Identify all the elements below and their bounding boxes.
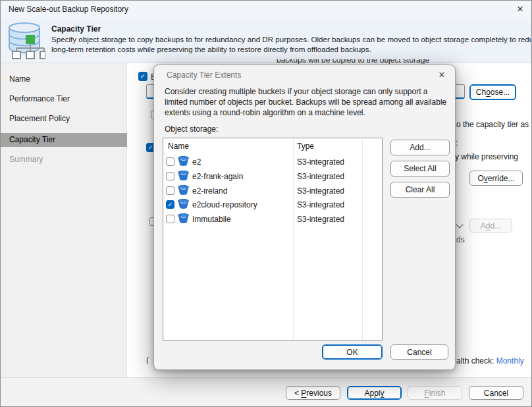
column-header-name[interactable]: Name: [168, 142, 189, 151]
sidebar-item-capacity-tier[interactable]: Capacity Tier: [0, 133, 127, 147]
extent-name: e2-ireland: [192, 186, 227, 196]
page-title: Capacity Tier: [51, 24, 101, 34]
row-checkbox[interactable]: [166, 186, 174, 195]
colon-text-fragment: :: [456, 138, 458, 148]
add-password-button: Add...: [469, 219, 512, 232]
cancel-button[interactable]: Cancel: [469, 386, 523, 400]
wizard-header: Capacity Tier Specify object storage to …: [0, 18, 532, 63]
close-icon[interactable]: ×: [513, 2, 527, 16]
dialog-body-line2: limited number of objects per bucket. Ba…: [165, 97, 446, 107]
monthly-link[interactable]: Monthly: [496, 356, 524, 366]
title-bar: New Scale-out Backup Repository ×: [0, 0, 532, 18]
extent-type: S3-integrated: [297, 200, 344, 209]
select-all-button[interactable]: Select All: [390, 161, 450, 176]
capacity-tier-extents-dialog: Capacity Tier Extents × Consider creatin…: [153, 65, 456, 370]
extent-name: e2: [192, 157, 201, 167]
extent-name: Immutabile: [192, 215, 231, 224]
row-checkbox[interactable]: [166, 157, 174, 166]
sidebar-item-summary: Summary: [0, 153, 127, 167]
extent-type: S3-integrated: [297, 186, 344, 196]
paren-text-fragment: (: [146, 356, 151, 364]
extent-row[interactable]: e2-ireland S3-integrated: [165, 184, 379, 198]
capacity-tier-text-fragment: o the capacity tier as: [456, 120, 529, 129]
extent-type: S3-integrated: [297, 172, 344, 181]
bucket-icon: [178, 156, 189, 168]
finish-button: Finish: [408, 386, 462, 400]
wizard-steps-sidebar: Name Performance Tier Placement Policy C…: [0, 63, 127, 377]
clipped-text-fragment: backups will be copied to the object sto…: [277, 59, 431, 64]
scale-out-repository-icon: [6, 22, 45, 62]
extent-type: S3-integrated: [297, 157, 344, 167]
sidebar-item-placement-policy[interactable]: Placement Policy: [0, 112, 127, 126]
window-title: New Scale-out Backup Repository: [9, 5, 128, 14]
add-extent-button[interactable]: Add...: [390, 140, 450, 155]
dialog-title: Capacity Tier Extents: [167, 70, 241, 80]
ds-text-fragment: ds: [456, 235, 465, 244]
extent-row[interactable]: Immutabile S3-integrated: [165, 212, 379, 226]
extend-capacity-checkbox[interactable]: [138, 72, 147, 81]
extent-row[interactable]: e2cloud-repository S3-integrated: [165, 198, 379, 211]
bucket-icon: [178, 213, 189, 225]
row-checkbox[interactable]: [166, 172, 174, 180]
health-check-text-fragment: alth check: Monthly: [456, 356, 524, 366]
previous-button[interactable]: < Previous: [286, 386, 340, 400]
apply-button[interactable]: Apply: [347, 386, 402, 400]
sidebar-item-name[interactable]: Name: [0, 72, 127, 86]
clear-all-button[interactable]: Clear All: [390, 182, 450, 198]
choose-button[interactable]: Choose...: [469, 84, 516, 100]
dialog-body-line3: extents using a round-robin algorithm on…: [165, 108, 365, 117]
bucket-icon: [178, 199, 189, 211]
extent-name: e2-frank-again: [192, 172, 243, 181]
dialog-cancel-button[interactable]: Cancel: [390, 344, 448, 360]
object-storage-label: Object storage:: [165, 124, 218, 134]
page-description-line2: long-term retention costs while preservi…: [51, 45, 371, 53]
bucket-icon: [178, 171, 189, 182]
sidebar-item-performance-tier[interactable]: Performance Tier: [0, 92, 127, 106]
dialog-close-icon[interactable]: ×: [435, 68, 449, 82]
object-storage-list[interactable]: Name Type e2 S3-integrated e2-frank-agai…: [163, 138, 383, 340]
row-checkbox[interactable]: [166, 200, 174, 209]
extent-name: e2cloud-repository: [192, 200, 257, 209]
dialog-body-line1: Consider creating multiple buckets if yo…: [165, 87, 428, 96]
bucket-icon: [178, 185, 189, 197]
page-description-line1: Specify object storage to copy backups t…: [51, 35, 532, 43]
preserving-text-fragment: y while preserving: [455, 152, 518, 161]
extent-row[interactable]: e2 S3-integrated: [165, 155, 379, 169]
extent-row[interactable]: e2-frank-again S3-integrated: [165, 169, 379, 183]
override-button[interactable]: Override...: [469, 171, 523, 186]
extent-type: S3-integrated: [297, 215, 344, 224]
ok-button[interactable]: OK: [322, 344, 383, 360]
chevron-down-icon: [456, 221, 463, 228]
row-checkbox[interactable]: [166, 215, 174, 223]
column-header-type[interactable]: Type: [297, 142, 314, 151]
